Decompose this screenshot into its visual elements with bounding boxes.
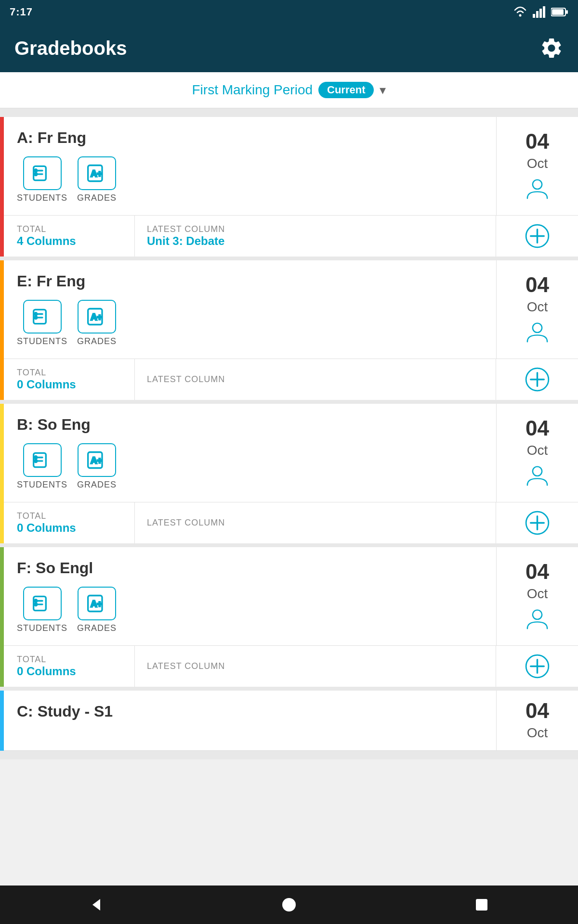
- grades-icon-box-0: A+: [78, 156, 116, 190]
- grades-label-0: GRADES: [77, 193, 117, 203]
- class-name-2: B: So Eng: [17, 416, 484, 434]
- battery-icon: [551, 7, 568, 17]
- card-date-3: 04 Oct: [496, 547, 578, 645]
- add-column-icon-2[interactable]: [524, 510, 551, 536]
- svg-rect-3: [539, 9, 542, 18]
- latest-label-2: LATEST COLUMN: [147, 518, 484, 528]
- period-bar[interactable]: First Marking Period Current ▾: [0, 72, 578, 108]
- grades-label-2: GRADES: [77, 480, 117, 490]
- grades-icon-box-1: A+: [78, 300, 116, 334]
- settings-icon[interactable]: [539, 36, 564, 60]
- grades-icon-box-2: A+: [78, 443, 116, 477]
- card-info-3: F: So Engl STUDENTS: [0, 547, 496, 645]
- date-month-0: Oct: [527, 156, 548, 171]
- latest-label-1: LATEST COLUMN: [147, 374, 484, 385]
- date-num-2: 04: [525, 418, 549, 439]
- svg-rect-54: [476, 899, 487, 911]
- home-button[interactable]: [277, 893, 301, 917]
- home-icon: [279, 895, 299, 914]
- latest-label-0: LATEST COLUMN: [147, 224, 484, 234]
- latest-label-3: LATEST COLUMN: [147, 661, 484, 671]
- svg-point-44: [34, 600, 37, 603]
- students-label-1: STUDENTS: [17, 336, 67, 346]
- date-num-1: 04: [525, 274, 549, 295]
- students-button-3[interactable]: STUDENTS: [17, 587, 67, 633]
- svg-point-45: [34, 603, 37, 606]
- svg-point-33: [34, 456, 37, 459]
- date-num-4: 04: [525, 700, 549, 721]
- card-footer-2: TOTAL 0 Columns LATEST COLUMN: [0, 502, 578, 543]
- current-badge: Current: [318, 82, 374, 98]
- total-value-2: 0 Columns: [17, 521, 122, 535]
- date-num-3: 04: [525, 561, 549, 582]
- card-date-1: 04 Oct: [496, 260, 578, 359]
- card-main-4: C: Study - S1 04 Oct: [0, 691, 578, 751]
- status-bar: 7:17: [0, 0, 578, 24]
- svg-rect-4: [543, 6, 545, 18]
- card-border-3: [0, 547, 4, 687]
- add-column-icon-1[interactable]: [524, 366, 551, 393]
- grades-button-0[interactable]: A+ GRADES: [77, 156, 117, 203]
- card-actions-0: STUDENTS A+ GRADES: [17, 156, 484, 203]
- card-info-4: C: Study - S1: [0, 691, 496, 750]
- card-actions-1: STUDENTS A+ GRADES: [17, 300, 484, 346]
- add-column-icon-0[interactable]: [524, 223, 551, 249]
- card-footer-add-1[interactable]: [496, 359, 578, 400]
- card-footer-add-3[interactable]: [496, 646, 578, 687]
- students-button-2[interactable]: STUDENTS: [17, 443, 67, 490]
- grades-button-3[interactable]: A+ GRADES: [77, 587, 117, 633]
- students-button-1[interactable]: STUDENTS: [17, 300, 67, 346]
- recent-apps-button[interactable]: [470, 893, 494, 917]
- svg-point-48: [533, 610, 542, 619]
- card-footer-add-2[interactable]: [496, 502, 578, 543]
- students-icon-box-0: [23, 156, 62, 190]
- students-icon-2: [32, 449, 53, 471]
- card-footer-total-1: TOTAL 0 Columns: [0, 359, 135, 400]
- svg-point-11: [34, 169, 37, 172]
- grades-label-1: GRADES: [77, 336, 117, 346]
- date-month-2: Oct: [527, 443, 548, 458]
- svg-rect-6: [552, 9, 564, 15]
- students-icon-box-1: [23, 300, 62, 334]
- students-icon-0: [32, 163, 53, 184]
- svg-rect-7: [566, 10, 568, 14]
- student-circle-icon-3: [524, 605, 551, 632]
- svg-text:A+: A+: [91, 455, 102, 465]
- svg-point-37: [533, 466, 542, 475]
- card-date-2: 04 Oct: [496, 404, 578, 502]
- back-button[interactable]: [84, 893, 108, 917]
- card-footer-add-0[interactable]: [496, 216, 578, 257]
- card-border-2: [0, 404, 4, 543]
- date-month-4: Oct: [527, 725, 548, 741]
- card-actions-2: STUDENTS A+ GRADES: [17, 443, 484, 490]
- card-info-2: B: So Eng STUDENTS: [0, 404, 496, 502]
- students-button-0[interactable]: STUDENTS: [17, 156, 67, 203]
- svg-text:A+: A+: [91, 599, 102, 609]
- card-date-0: 04 Oct: [496, 117, 578, 215]
- students-icon-3: [32, 593, 53, 614]
- grades-icon-box-3: A+: [78, 587, 116, 620]
- students-icon-1: [32, 306, 53, 327]
- svg-point-26: [533, 323, 542, 332]
- gradebook-card-0: A: Fr Eng STUDENTS: [0, 117, 578, 257]
- status-icons: [512, 6, 568, 18]
- grades-icon-0: A+: [86, 163, 107, 184]
- grades-button-1[interactable]: A+ GRADES: [77, 300, 117, 346]
- back-icon: [87, 895, 106, 914]
- card-footer-0: TOTAL 4 Columns LATEST COLUMN Unit 3: De…: [0, 216, 578, 257]
- card-actions-3: STUDENTS A+ GRADES: [17, 587, 484, 633]
- period-dropdown-icon[interactable]: ▾: [380, 83, 386, 98]
- total-value-0: 4 Columns: [17, 234, 122, 248]
- add-column-icon-3[interactable]: [524, 653, 551, 680]
- card-footer-total-2: TOTAL 0 Columns: [0, 502, 135, 543]
- students-label-2: STUDENTS: [17, 480, 67, 490]
- grades-icon-1: A+: [86, 306, 107, 327]
- total-value-3: 0 Columns: [17, 665, 122, 678]
- card-main-0: A: Fr Eng STUDENTS: [0, 117, 578, 216]
- card-border-1: [0, 260, 4, 400]
- card-main-3: F: So Engl STUDENTS: [0, 547, 578, 646]
- grades-button-2[interactable]: A+ GRADES: [77, 443, 117, 490]
- card-date-4: 04 Oct: [496, 691, 578, 750]
- svg-point-0: [519, 14, 522, 17]
- svg-text:A+: A+: [91, 312, 102, 322]
